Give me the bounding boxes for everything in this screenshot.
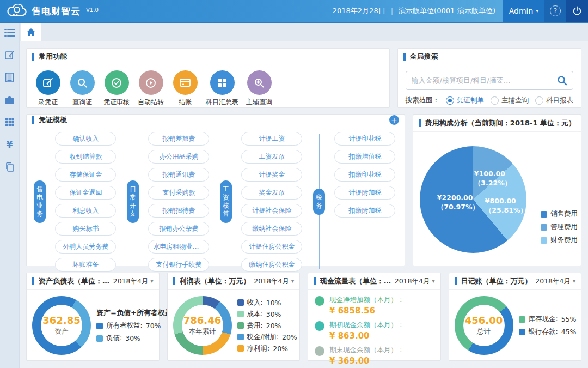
title-marker bbox=[32, 277, 34, 285]
yen-icon[interactable]: ¥ bbox=[4, 139, 15, 150]
cash-flow-row: 期末现金余额（本月）： ¥ 369.00 bbox=[315, 346, 434, 366]
template-pill[interactable]: 确认收入 bbox=[55, 132, 116, 146]
template-pill[interactable]: 扣缴附加税 bbox=[334, 204, 395, 218]
balance-sheet-panel: 资产负债表（单位：万元） 2018年4月 ▾ 362.85 资产 bbox=[26, 273, 160, 361]
function-record-voucher[interactable]: 录凭证 bbox=[34, 70, 62, 107]
journal-donut-chart[interactable]: 456.00 总计 bbox=[455, 296, 513, 355]
donut-label: 总计 bbox=[477, 327, 491, 336]
template-pill[interactable]: 利息收入 bbox=[55, 204, 116, 218]
template-pill[interactable]: 存储保证金 bbox=[55, 168, 116, 182]
template-pill[interactable]: 计提印花税 bbox=[334, 132, 395, 146]
period-dropdown[interactable]: 2018年4月 ▾ bbox=[254, 277, 294, 286]
template-pill[interactable]: 水电房租物业管… bbox=[148, 240, 209, 254]
template-pill[interactable]: 扣缴印花税 bbox=[334, 168, 395, 182]
template-pill[interactable]: 报销差旅费 bbox=[148, 132, 209, 146]
template-pill[interactable]: 计提奖金 bbox=[241, 168, 302, 182]
legend-item[interactable]: 财务费用 bbox=[541, 236, 578, 245]
logout-button[interactable] bbox=[566, 0, 588, 22]
legend-item[interactable]: 销售费用 bbox=[541, 209, 578, 219]
chevron-down-icon: ▾ bbox=[432, 279, 434, 284]
template-pill[interactable]: 购买标书 bbox=[55, 222, 116, 236]
period-dropdown[interactable]: 2018年4月 ▾ bbox=[535, 277, 575, 286]
donut-value: 362.85 bbox=[42, 315, 80, 326]
template-pill[interactable]: 计提附加税 bbox=[334, 186, 395, 200]
global-search-input[interactable] bbox=[412, 76, 558, 85]
scope-option-aux[interactable]: 主辅查询 bbox=[491, 96, 529, 105]
legend-item[interactable]: 管理费用 bbox=[541, 222, 578, 232]
template-pill[interactable]: 收到结算款 bbox=[55, 150, 116, 164]
expense-pie-chart[interactable]: ¥100.00 （3.22%） ¥800.00 （25.81%） ¥2200.0… bbox=[420, 146, 526, 253]
calculator-icon[interactable] bbox=[4, 72, 15, 83]
scope-option-voucher[interactable]: 凭证制单 bbox=[446, 96, 484, 105]
balance-donut-chart[interactable]: 362.85 资产 bbox=[32, 296, 91, 355]
template-pill[interactable]: 报销招待费 bbox=[148, 204, 209, 218]
help-icon: ? bbox=[550, 5, 561, 16]
template-pill[interactable]: 奖金发放 bbox=[241, 186, 302, 200]
current-date: 2018年2月28日 bbox=[333, 6, 385, 16]
template-pill[interactable]: 缴纳住房公积金 bbox=[241, 258, 302, 272]
template-pill[interactable]: 计提社会保险 bbox=[241, 204, 302, 218]
period-dropdown[interactable]: 2018年4月 ▾ bbox=[113, 277, 154, 286]
tab-home[interactable] bbox=[21, 23, 41, 41]
edit-icon bbox=[36, 70, 60, 95]
function-account-summary[interactable]: 科目汇总表 bbox=[206, 70, 238, 107]
title-marker bbox=[403, 53, 406, 61]
org-name: 演示版单位(0001-演示版单位) bbox=[399, 6, 495, 16]
function-aux-query[interactable]: 主辅查询 bbox=[246, 70, 273, 107]
legend-item: 费用:20% bbox=[237, 321, 295, 330]
pie-legend: 销售费用 管理费用 财务费用 bbox=[541, 209, 578, 245]
function-auto-carryover[interactable]: 自动结转 bbox=[137, 70, 164, 107]
app-title: 售电财智云 bbox=[32, 5, 81, 17]
legend-item: 银行存款:45% bbox=[519, 327, 576, 336]
template-pill[interactable]: 支付采购款 bbox=[148, 186, 209, 200]
app-version: V1.0 bbox=[86, 7, 99, 13]
briefcase-icon[interactable] bbox=[4, 94, 15, 105]
template-pill[interactable]: 报销办公杂费 bbox=[148, 222, 209, 236]
legend-swatch bbox=[541, 237, 547, 244]
function-query-voucher[interactable]: 查询证 bbox=[69, 70, 96, 107]
function-closing[interactable]: 结账 bbox=[171, 70, 199, 107]
legend-item: 库存现金:55% bbox=[519, 315, 576, 324]
check-circle-icon bbox=[105, 70, 129, 95]
template-pill[interactable]: 外聘人员劳务费 bbox=[55, 240, 116, 254]
cash-flow-row: 期初现金余额（本月）： ¥ 863.00 bbox=[315, 321, 434, 341]
cloud-logo-icon bbox=[7, 4, 27, 18]
menu-icon[interactable] bbox=[4, 27, 15, 38]
template-pill[interactable]: 坏账准备 bbox=[55, 258, 116, 272]
search-icon[interactable] bbox=[557, 75, 567, 86]
scope-option-report[interactable]: 科目报表 bbox=[535, 96, 573, 105]
common-functions-panel: 常用功能 录凭证 bbox=[26, 48, 390, 108]
copy-icon[interactable] bbox=[4, 161, 15, 172]
donut-label: 资产 bbox=[55, 327, 69, 336]
header-separator: | bbox=[391, 7, 393, 15]
help-button[interactable]: ? bbox=[544, 0, 566, 22]
status-dot bbox=[315, 321, 324, 331]
template-pill[interactable]: 报销通讯费 bbox=[148, 168, 209, 182]
function-voucher-audit[interactable]: 凭证审核 bbox=[103, 70, 130, 107]
panel-title: 费用构成分析（当前期间：2018-1 单位：元） bbox=[425, 118, 575, 128]
template-pill[interactable]: 扣缴增值税 bbox=[334, 150, 395, 164]
search-icon bbox=[70, 70, 95, 95]
legend-swatch bbox=[541, 224, 547, 231]
add-template-button[interactable]: + bbox=[389, 115, 399, 125]
template-pill[interactable]: 支付银行手续费 bbox=[148, 258, 209, 272]
template-pill[interactable]: 工资发放 bbox=[241, 150, 302, 164]
income-donut-chart[interactable]: 786.46 本年累计 bbox=[173, 296, 232, 355]
template-pill[interactable]: 计提工资 bbox=[241, 132, 302, 146]
legend-item: 负债:30% bbox=[96, 334, 154, 343]
admin-menu[interactable]: Admin ▾ bbox=[503, 0, 544, 22]
template-pill[interactable]: 缴纳社会保险 bbox=[241, 222, 302, 236]
edit-note-icon[interactable] bbox=[4, 50, 15, 61]
radio-icon bbox=[491, 96, 499, 105]
template-pill[interactable]: 计提住房公积金 bbox=[241, 240, 302, 254]
title-marker bbox=[32, 53, 34, 61]
table-icon[interactable] bbox=[4, 117, 15, 128]
cash-flow-panel: 现金流量表（单位：万元） 2018年4月 ▾ 现金净增加额（本月）： ¥ 685… bbox=[308, 273, 441, 361]
global-search-panel: 全局搜索 搜索范围： bbox=[397, 48, 582, 108]
period-dropdown[interactable]: 2018年4月 ▾ bbox=[395, 277, 435, 286]
template-group-tax: 税务 计提印花税 扣缴增值税 扣缴印花税 计提附加税 扣缴附加税 bbox=[309, 132, 401, 272]
template-pill[interactable]: 保证金退回 bbox=[55, 186, 116, 200]
template-pill[interactable]: 办公用品采购 bbox=[148, 150, 209, 164]
pie-slice-label: ¥100.00 （3.22%） bbox=[474, 169, 511, 188]
legend-swatch bbox=[237, 334, 244, 340]
